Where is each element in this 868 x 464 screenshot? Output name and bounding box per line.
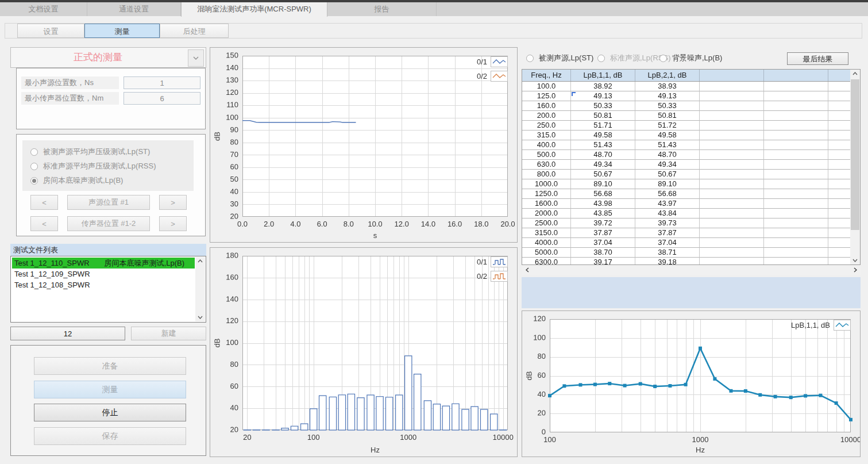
table-cell[interactable]: 4000.0 bbox=[522, 238, 571, 248]
legend-entry[interactable]: 0/1 bbox=[477, 56, 508, 67]
table-cell[interactable]: 6300.0 bbox=[522, 258, 571, 264]
freq-table-row[interactable]: 125.049.1349.13 bbox=[522, 91, 850, 101]
table-cell[interactable]: 56.68 bbox=[635, 189, 700, 199]
table-cell[interactable]: 43.85 bbox=[571, 209, 635, 218]
table-cell[interactable]: 250.0 bbox=[522, 121, 571, 131]
table-cell[interactable]: 49.13 bbox=[635, 91, 700, 101]
table-cell[interactable]: 48.70 bbox=[571, 150, 635, 160]
table-cell[interactable]: 50.33 bbox=[635, 101, 700, 111]
table-cell[interactable]: 800.0 bbox=[522, 170, 571, 179]
table-cell[interactable]: 51.43 bbox=[635, 140, 700, 150]
table-cell[interactable]: 1250.0 bbox=[522, 189, 571, 199]
table-cell[interactable]: 200.0 bbox=[522, 111, 571, 121]
table-cell[interactable] bbox=[828, 140, 850, 150]
table-cell[interactable] bbox=[700, 160, 764, 170]
legend-entry[interactable]: 0/2 bbox=[477, 70, 508, 82]
freq-table-row[interactable]: 3150.037.8737.87 bbox=[522, 228, 850, 238]
prepare-button[interactable]: 准备 bbox=[34, 357, 186, 375]
table-cell[interactable] bbox=[700, 218, 764, 228]
legend-entry[interactable]: 0/1 bbox=[477, 256, 508, 267]
table-cell[interactable]: 51.72 bbox=[635, 121, 700, 131]
table-cell[interactable] bbox=[700, 209, 764, 218]
table-cell[interactable] bbox=[764, 121, 828, 131]
table-cell[interactable]: 2500.0 bbox=[522, 218, 571, 228]
freq-table-row[interactable]: 2000.043.8543.84 bbox=[522, 209, 850, 218]
table-cell[interactable] bbox=[764, 189, 828, 199]
table-cell[interactable]: 5000.0 bbox=[522, 248, 571, 258]
table-cell[interactable] bbox=[828, 189, 850, 199]
table-cell[interactable] bbox=[828, 218, 850, 228]
table-cell[interactable] bbox=[700, 101, 764, 111]
scroll-up-icon[interactable] bbox=[197, 259, 203, 263]
tab-document-settings[interactable]: 文档设置 bbox=[0, 2, 87, 16]
new-file-button[interactable]: 新建 bbox=[131, 327, 206, 340]
freq-table-row[interactable]: 400.051.4351.43 bbox=[522, 140, 850, 150]
table-cell[interactable]: 50.81 bbox=[571, 111, 635, 121]
table-cell[interactable] bbox=[764, 140, 828, 150]
freq-table-row[interactable]: 1600.043.9843.97 bbox=[522, 199, 850, 209]
table-cell[interactable] bbox=[700, 140, 764, 150]
table-cell[interactable] bbox=[764, 160, 828, 170]
freq-table-row[interactable]: 160.050.3350.33 bbox=[522, 101, 850, 111]
final-result-button[interactable]: 最后结果 bbox=[787, 52, 848, 65]
table-cell[interactable]: 49.58 bbox=[635, 131, 700, 140]
freq-table-row[interactable]: 2500.039.7239.73 bbox=[522, 218, 850, 228]
table-cell[interactable]: 49.34 bbox=[635, 160, 700, 170]
freq-table-row[interactable]: 4000.037.0437.04 bbox=[522, 238, 850, 248]
file-list-item[interactable]: Test 1_12_110_SPWR房间本底噪声测试,Lp(B) bbox=[12, 258, 195, 269]
table-cell[interactable]: 1000.0 bbox=[522, 179, 571, 189]
table-cell[interactable]: 49.58 bbox=[571, 131, 635, 140]
file-list[interactable]: Test 1_12_110_SPWR房间本底噪声测试,Lp(B)Test 1_1… bbox=[10, 256, 206, 323]
source-position-button[interactable]: 声源位置 #1 bbox=[67, 195, 150, 210]
stop-button[interactable]: 停止 bbox=[34, 404, 186, 421]
radio-lp-rss[interactable]: 标准声源平均声压级测试,Lp(RSS) bbox=[30, 162, 156, 171]
tab-report[interactable]: 报告 bbox=[327, 2, 437, 16]
table-cell[interactable] bbox=[700, 82, 764, 91]
table-cell[interactable]: 160.0 bbox=[522, 101, 571, 111]
radio-lp-st[interactable]: 被测声源平均声压级测试,Lp(ST) bbox=[30, 147, 150, 156]
table-cell[interactable] bbox=[700, 238, 764, 248]
filter-lp-st[interactable]: 被测声源,Lp(ST) bbox=[526, 53, 593, 63]
table-cell[interactable] bbox=[828, 238, 850, 248]
table-cell[interactable]: 315.0 bbox=[522, 131, 571, 140]
freq-table-row[interactable]: 1250.056.6856.68 bbox=[522, 189, 850, 199]
table-cell[interactable] bbox=[828, 258, 850, 264]
table-cell[interactable] bbox=[764, 91, 828, 101]
tab-channel-settings[interactable]: 通道设置 bbox=[87, 2, 181, 16]
measurement-mode-select[interactable]: 正式的测量 bbox=[10, 47, 206, 68]
subtab-settings[interactable]: 设置 bbox=[17, 24, 84, 38]
table-cell[interactable] bbox=[700, 121, 764, 131]
table-cell[interactable] bbox=[700, 228, 764, 238]
table-cell[interactable] bbox=[764, 82, 828, 91]
table-cell[interactable]: 50.81 bbox=[635, 111, 700, 121]
table-cell[interactable]: 400.0 bbox=[522, 140, 571, 150]
table-cell[interactable] bbox=[828, 91, 850, 101]
table-cell[interactable]: 39.17 bbox=[571, 258, 635, 264]
table-cell[interactable] bbox=[700, 179, 764, 189]
table-cell[interactable]: 2000.0 bbox=[522, 209, 571, 218]
freq-table-row[interactable]: 250.051.7151.72 bbox=[522, 121, 850, 131]
table-cell[interactable]: 56.68 bbox=[571, 189, 635, 199]
freq-table-row[interactable]: 100.038.9238.93 bbox=[522, 82, 850, 91]
table-cell[interactable]: 43.97 bbox=[635, 199, 700, 209]
table-cell[interactable] bbox=[764, 101, 828, 111]
file-list-item[interactable]: Test 1_12_109_SPWR bbox=[12, 269, 195, 279]
table-cell[interactable] bbox=[700, 189, 764, 199]
table-cell[interactable]: 51.71 bbox=[571, 121, 635, 131]
table-cell[interactable] bbox=[828, 170, 850, 179]
table-cell[interactable] bbox=[828, 111, 850, 121]
tab-mcr-spwr[interactable]: 混响室法测试声功率(MCR-SPWR) bbox=[181, 2, 327, 17]
freq-table-row[interactable]: 6300.039.1739.18 bbox=[522, 258, 850, 264]
table-cell[interactable] bbox=[828, 160, 850, 170]
nm-input[interactable] bbox=[124, 92, 200, 105]
table-cell[interactable]: 38.71 bbox=[635, 248, 700, 258]
table-cell[interactable]: 3150.0 bbox=[522, 228, 571, 238]
table-cell[interactable]: 43.84 bbox=[635, 209, 700, 218]
table-cell[interactable]: 500.0 bbox=[522, 150, 571, 160]
table-cell[interactable] bbox=[764, 258, 828, 264]
freq-table-row[interactable]: 200.050.8150.81 bbox=[522, 111, 850, 121]
table-cell[interactable] bbox=[700, 131, 764, 140]
table-cell[interactable]: 89.10 bbox=[571, 179, 635, 189]
table-cell[interactable]: 125.0 bbox=[522, 91, 571, 101]
freq-table-row[interactable]: 315.049.5849.58 bbox=[522, 131, 850, 140]
